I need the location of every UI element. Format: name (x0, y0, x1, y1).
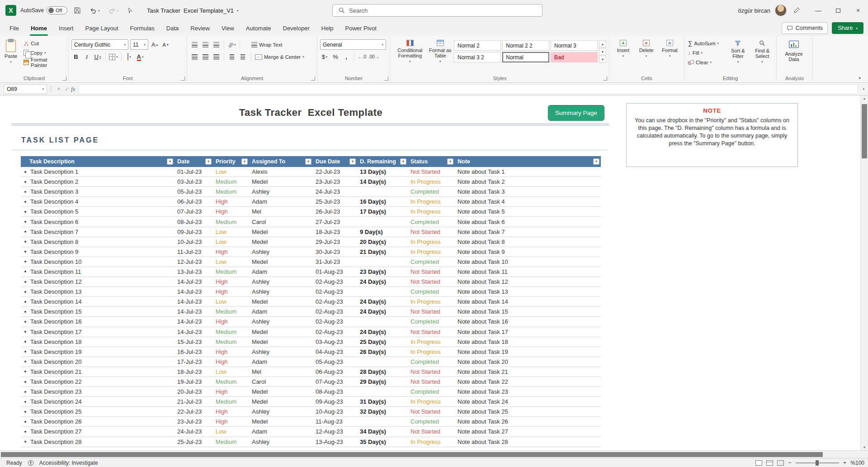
cell-note[interactable]: Note about Task 15 (455, 307, 601, 316)
cell-remaining[interactable] (357, 257, 408, 267)
cell-desc[interactable]: Task Description 6 (21, 217, 175, 226)
decrease-font-button[interactable]: A▾ (161, 40, 170, 49)
cell-date[interactable]: 22-Jul-23 (175, 407, 213, 416)
scroll-down-button[interactable]: ▼ (861, 446, 868, 449)
cell-status[interactable]: In Progress (408, 197, 455, 206)
cell-note[interactable]: Note about Task 6 (455, 217, 601, 226)
cell-due[interactable]: 23-Jul-23 (313, 177, 357, 186)
cell-note[interactable]: Note about Task 12 (455, 277, 601, 286)
align-bottom-button[interactable] (212, 40, 221, 49)
cell-desc[interactable]: Task Description 5 (21, 207, 175, 216)
cell-due[interactable]: 24-Jul-23 (313, 187, 357, 196)
cell-style-normal[interactable]: Normal (502, 52, 549, 62)
cell-desc[interactable]: Task Description 1 (21, 167, 175, 176)
cell-status[interactable]: Completed (408, 387, 455, 396)
cell-priority[interactable]: Medium (213, 397, 249, 406)
cell-note[interactable]: Note about Task 10 (455, 257, 601, 267)
cell-remaining[interactable] (357, 387, 408, 396)
cell-remaining[interactable]: 17 Day(s) (357, 207, 408, 216)
vertical-scrollbar[interactable]: ▲ ▼ (860, 95, 868, 450)
cell-status[interactable]: In Progress (408, 437, 455, 447)
clipboard-dialog-launcher[interactable] (62, 76, 66, 81)
cell-due[interactable]: 02-Aug-23 (313, 297, 357, 306)
cell-remaining[interactable] (357, 357, 408, 367)
font-size-combo[interactable]: 11▾ (130, 39, 148, 50)
cell-desc[interactable]: Task Description 23 (21, 387, 175, 396)
cell-priority[interactable]: Medium (213, 307, 249, 316)
cell-status[interactable]: Not Started (408, 267, 455, 276)
cell-note[interactable]: Note about Task 25 (455, 407, 601, 416)
tab-page-layout[interactable]: Page Layout (80, 21, 124, 36)
cell-priority[interactable]: Medium (213, 327, 249, 337)
cell-desc[interactable]: Task Description 8 (21, 237, 175, 247)
search-input[interactable]: Search (332, 4, 542, 17)
cell-remaining[interactable]: 20 Day(s) (357, 237, 408, 247)
alignment-dialog-launcher[interactable] (311, 76, 315, 81)
cell-status[interactable]: Not Started (408, 167, 455, 176)
cell-desc[interactable]: Task Description 7 (21, 227, 175, 237)
cell-date[interactable]: 06-Jul-23 (175, 197, 213, 206)
cell-assigned[interactable]: Mel (249, 207, 313, 216)
cell-remaining[interactable]: 24 Day(s) (357, 307, 408, 316)
tab-file[interactable]: File (4, 21, 25, 36)
clear-button[interactable]: Clear ▾ (687, 57, 725, 67)
cell-status[interactable]: Completed (408, 257, 455, 267)
cell-desc[interactable]: Task Description 3 (21, 187, 175, 196)
font-color-button[interactable]: A▾ (136, 52, 145, 62)
cell-status[interactable]: Completed (408, 357, 455, 367)
cut-button[interactable]: Cut (23, 38, 66, 48)
cell-due[interactable]: 02-Aug-23 (313, 327, 357, 337)
cell-date[interactable]: 24-Jul-23 (175, 427, 213, 436)
cell-remaining[interactable]: 28 Day(s) (357, 367, 408, 376)
cell-due[interactable]: 11-Aug-23 (313, 417, 357, 426)
cell-remaining[interactable]: 24 Day(s) (357, 297, 408, 306)
format-as-table-button[interactable]: Format as Table ▾ (427, 38, 454, 74)
cell-status[interactable]: In Progress (408, 347, 455, 357)
summary-page-button[interactable]: Summary Page (548, 105, 604, 121)
merge-center-button[interactable]: ↔ Merge & Center ▾ (254, 52, 305, 62)
name-box[interactable]: O89 ▾ (4, 84, 47, 94)
cell-date[interactable]: 14-Jul-23 (175, 297, 213, 306)
cell-status[interactable]: Not Started (408, 427, 455, 436)
zoom-in-button[interactable]: + (843, 459, 847, 466)
font-family-combo[interactable]: Century Gothic▾ (71, 39, 128, 50)
sort-filter-button[interactable]: Sort & Filter ▾ (727, 38, 750, 74)
cell-note[interactable]: Note about Task 20 (455, 357, 601, 367)
share-button[interactable]: Share ▾ (832, 22, 863, 34)
cell-due[interactable]: 08-Aug-23 (313, 387, 357, 396)
cell-assigned[interactable]: Medel (249, 177, 313, 186)
accounting-format-button[interactable]: $▾ (320, 52, 329, 62)
cell-note[interactable]: Note about Task 4 (455, 197, 601, 206)
cell-status[interactable]: Completed (408, 287, 455, 296)
cell-note[interactable]: Note about Task 19 (455, 347, 601, 357)
cell-priority[interactable]: High (213, 197, 249, 206)
cell-status[interactable]: Completed (408, 317, 455, 326)
cell-due[interactable]: 03-Aug-23 (313, 337, 357, 347)
cell-date[interactable]: 07-Jul-23 (175, 207, 213, 216)
cell-date[interactable]: 25-Jul-23 (175, 437, 213, 447)
cell-due[interactable]: 22-Jul-23 (313, 167, 357, 176)
maximize-button[interactable] (828, 0, 848, 21)
paste-button[interactable]: Paste ▾ (3, 38, 19, 67)
cell-desc[interactable]: Task Description 18 (21, 337, 175, 347)
cell-style-normal-3-2[interactable]: Normal 3 2 (454, 52, 501, 62)
zoom-out-button[interactable]: − (788, 459, 792, 466)
font-dialog-launcher[interactable] (181, 76, 185, 81)
cell-date[interactable]: 08-Jul-23 (175, 217, 213, 226)
number-format-combo[interactable]: General▾ (320, 39, 386, 50)
cell-desc[interactable]: Task Description 22 (21, 377, 175, 386)
cell-due[interactable]: 01-Aug-23 (313, 267, 357, 276)
cell-desc[interactable]: Task Description 10 (21, 257, 175, 267)
orientation-button[interactable]: ab▾ (227, 40, 236, 49)
tab-data[interactable]: Data (160, 21, 184, 36)
fill-color-button[interactable]: ▾ (125, 52, 134, 62)
cell-assigned[interactable]: Medel (249, 257, 313, 267)
cell-note[interactable]: Note about Task 3 (455, 187, 601, 196)
cell-date[interactable]: 03-Jul-23 (175, 177, 213, 186)
conditional-formatting-button[interactable]: Conditional Formatting ▾ (393, 38, 427, 74)
cell-priority[interactable]: High (213, 277, 249, 286)
cell-note[interactable]: Note about Task 5 (455, 207, 601, 216)
filter-button-note[interactable]: ▾ (593, 158, 599, 165)
cell-due[interactable]: 29-Jul-23 (313, 237, 357, 247)
cell-priority[interactable]: High (213, 387, 249, 396)
